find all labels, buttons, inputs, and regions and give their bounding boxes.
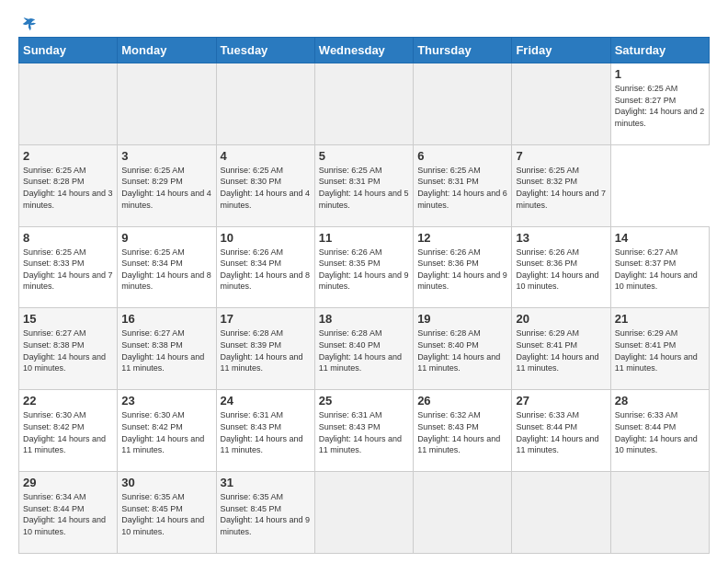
day-info: Sunrise: 6:26 AM Sunset: 8:35 PM Dayligh… [319,247,409,293]
day-info: Sunrise: 6:25 AM Sunset: 8:34 PM Dayligh… [121,247,211,293]
calendar-header-thursday: Thursday [414,38,512,63]
calendar-empty-cell [610,472,709,554]
calendar-day-23: 23 Sunrise: 6:30 AM Sunset: 8:42 PM Dayl… [118,390,216,472]
header [18,17,710,29]
day-number: 15 [23,312,113,326]
logo-bird-icon [20,17,37,33]
day-info: Sunrise: 6:31 AM Sunset: 8:43 PM Dayligh… [319,409,409,455]
page: SundayMondayTuesdayWednesdayThursdayFrid… [0,0,728,563]
day-info: Sunrise: 6:25 AM Sunset: 8:27 PM Dayligh… [615,83,705,129]
day-number: 25 [319,394,409,408]
calendar-day-6: 6 Sunrise: 6:25 AM Sunset: 8:31 PM Dayli… [414,144,512,226]
day-number: 1 [615,67,705,81]
day-number: 21 [615,312,705,326]
calendar-day-24: 24 Sunrise: 6:31 AM Sunset: 8:43 PM Dayl… [216,390,314,472]
calendar-empty-cell [414,63,512,145]
day-info: Sunrise: 6:27 AM Sunset: 8:38 PM Dayligh… [121,327,211,373]
day-number: 24 [221,394,311,408]
day-number: 13 [516,231,606,245]
calendar-day-15: 15 Sunrise: 6:27 AM Sunset: 8:38 PM Dayl… [19,308,118,390]
day-number: 23 [121,394,211,408]
day-number: 12 [417,231,507,245]
day-info: Sunrise: 6:33 AM Sunset: 8:44 PM Dayligh… [516,409,606,455]
calendar-empty-cell [314,63,413,145]
calendar-day-28: 28 Sunrise: 6:33 AM Sunset: 8:44 PM Dayl… [610,390,709,472]
calendar-day-19: 19 Sunrise: 6:28 AM Sunset: 8:40 PM Dayl… [414,308,512,390]
day-info: Sunrise: 6:33 AM Sunset: 8:44 PM Dayligh… [615,409,705,455]
day-info: Sunrise: 6:25 AM Sunset: 8:31 PM Dayligh… [417,165,507,211]
day-info: Sunrise: 6:35 AM Sunset: 8:45 PM Dayligh… [221,491,311,537]
day-info: Sunrise: 6:25 AM Sunset: 8:33 PM Dayligh… [23,247,113,293]
day-info: Sunrise: 6:30 AM Sunset: 8:42 PM Dayligh… [23,409,113,455]
day-number: 27 [516,394,606,408]
calendar-day-17: 17 Sunrise: 6:28 AM Sunset: 8:39 PM Dayl… [216,308,314,390]
day-info: Sunrise: 6:29 AM Sunset: 8:41 PM Dayligh… [516,327,606,373]
day-number: 10 [221,231,311,245]
day-info: Sunrise: 6:25 AM Sunset: 8:28 PM Dayligh… [23,165,113,211]
calendar-day-16: 16 Sunrise: 6:27 AM Sunset: 8:38 PM Dayl… [118,308,216,390]
calendar-header-friday: Friday [512,38,610,63]
calendar-header-wednesday: Wednesday [314,38,413,63]
calendar-empty-cell [19,63,118,145]
day-number: 3 [121,149,211,163]
calendar-week-2: 2 Sunrise: 6:25 AM Sunset: 8:28 PM Dayli… [19,144,710,226]
day-info: Sunrise: 6:28 AM Sunset: 8:40 PM Dayligh… [417,327,507,373]
calendar-day-1: 1 Sunrise: 6:25 AM Sunset: 8:27 PM Dayli… [610,63,709,145]
calendar-header-monday: Monday [118,38,216,63]
day-number: 28 [615,394,705,408]
day-number: 31 [221,476,311,489]
day-number: 26 [417,394,507,408]
calendar-week-1: 1 Sunrise: 6:25 AM Sunset: 8:27 PM Dayli… [19,63,710,145]
day-number: 2 [23,149,113,163]
day-number: 9 [121,231,211,245]
calendar-empty-cell [314,472,413,554]
calendar-day-26: 26 Sunrise: 6:32 AM Sunset: 8:43 PM Dayl… [414,390,512,472]
day-info: Sunrise: 6:25 AM Sunset: 8:32 PM Dayligh… [516,165,606,211]
calendar-day-11: 11 Sunrise: 6:26 AM Sunset: 8:35 PM Dayl… [314,226,413,308]
day-info: Sunrise: 6:28 AM Sunset: 8:40 PM Dayligh… [319,327,409,373]
day-number: 30 [121,476,211,489]
calendar-week-4: 15 Sunrise: 6:27 AM Sunset: 8:38 PM Dayl… [19,308,710,390]
calendar-header-tuesday: Tuesday [216,38,314,63]
day-info: Sunrise: 6:26 AM Sunset: 8:36 PM Dayligh… [516,247,606,293]
day-info: Sunrise: 6:32 AM Sunset: 8:43 PM Dayligh… [417,409,507,455]
day-number: 22 [23,394,113,408]
calendar-day-20: 20 Sunrise: 6:29 AM Sunset: 8:41 PM Dayl… [512,308,610,390]
calendar-day-7: 7 Sunrise: 6:25 AM Sunset: 8:32 PM Dayli… [512,144,610,226]
calendar-day-25: 25 Sunrise: 6:31 AM Sunset: 8:43 PM Dayl… [314,390,413,472]
day-info: Sunrise: 6:29 AM Sunset: 8:41 PM Dayligh… [615,327,705,373]
day-number: 18 [319,312,409,326]
calendar-day-22: 22 Sunrise: 6:30 AM Sunset: 8:42 PM Dayl… [19,390,118,472]
calendar-empty-cell [414,472,512,554]
calendar-day-4: 4 Sunrise: 6:25 AM Sunset: 8:30 PM Dayli… [216,144,314,226]
day-info: Sunrise: 6:27 AM Sunset: 8:37 PM Dayligh… [615,247,705,293]
calendar-header-saturday: Saturday [610,38,709,63]
calendar-empty-cell [512,63,610,145]
calendar-day-27: 27 Sunrise: 6:33 AM Sunset: 8:44 PM Dayl… [512,390,610,472]
calendar-day-9: 9 Sunrise: 6:25 AM Sunset: 8:34 PM Dayli… [118,226,216,308]
calendar-day-29: 29 Sunrise: 6:34 AM Sunset: 8:44 PM Dayl… [19,472,118,554]
day-info: Sunrise: 6:25 AM Sunset: 8:31 PM Dayligh… [319,165,409,211]
calendar-day-18: 18 Sunrise: 6:28 AM Sunset: 8:40 PM Dayl… [314,308,413,390]
calendar-day-14: 14 Sunrise: 6:27 AM Sunset: 8:37 PM Dayl… [610,226,709,308]
calendar-week-3: 8 Sunrise: 6:25 AM Sunset: 8:33 PM Dayli… [19,226,710,308]
day-number: 11 [319,231,409,245]
calendar-header-row: SundayMondayTuesdayWednesdayThursdayFrid… [19,38,710,63]
calendar-day-21: 21 Sunrise: 6:29 AM Sunset: 8:41 PM Dayl… [610,308,709,390]
day-number: 14 [615,231,705,245]
day-number: 5 [319,149,409,163]
calendar-day-31: 31 Sunrise: 6:35 AM Sunset: 8:45 PM Dayl… [216,472,314,554]
logo [18,17,37,29]
calendar-day-13: 13 Sunrise: 6:26 AM Sunset: 8:36 PM Dayl… [512,226,610,308]
calendar-day-5: 5 Sunrise: 6:25 AM Sunset: 8:31 PM Dayli… [314,144,413,226]
calendar-day-8: 8 Sunrise: 6:25 AM Sunset: 8:33 PM Dayli… [19,226,118,308]
calendar-week-6: 29 Sunrise: 6:34 AM Sunset: 8:44 PM Dayl… [19,472,710,554]
calendar-day-2: 2 Sunrise: 6:25 AM Sunset: 8:28 PM Dayli… [19,144,118,226]
day-info: Sunrise: 6:35 AM Sunset: 8:45 PM Dayligh… [121,491,211,537]
calendar-day-12: 12 Sunrise: 6:26 AM Sunset: 8:36 PM Dayl… [414,226,512,308]
day-number: 20 [516,312,606,326]
day-number: 8 [23,231,113,245]
day-info: Sunrise: 6:31 AM Sunset: 8:43 PM Dayligh… [221,409,311,455]
calendar-day-10: 10 Sunrise: 6:26 AM Sunset: 8:34 PM Dayl… [216,226,314,308]
calendar-empty-cell [512,472,610,554]
